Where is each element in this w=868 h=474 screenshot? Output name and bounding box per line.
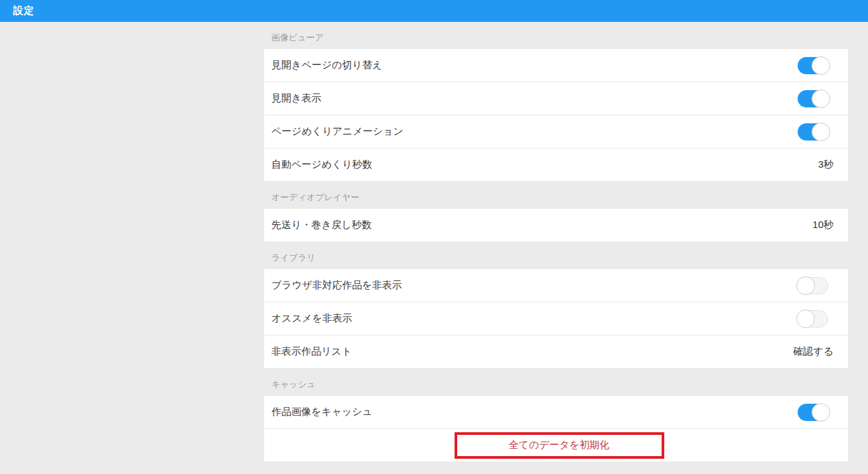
setting-label: 非表示作品リスト <box>271 345 793 358</box>
section-header: キャッシュ <box>264 369 848 396</box>
toggle-knob <box>796 310 815 328</box>
toggle-switch[interactable] <box>798 123 828 141</box>
toggle-switch[interactable] <box>798 90 828 107</box>
toggle-knob <box>796 276 815 295</box>
section-header: オーディオプレイヤー <box>264 182 848 209</box>
setting-value: 3秒 <box>818 158 837 171</box>
toggle-knob <box>812 403 830 422</box>
settings-panel: 画像ビューア見開きページの切り替え見開き表示ページめくりアニメーション自動ページ… <box>264 22 848 462</box>
settings-row[interactable]: オススメを非表示 <box>264 302 848 335</box>
setting-label: 自動ページめくり秒数 <box>271 158 818 171</box>
settings-row[interactable]: 自動ページめくり秒数3秒 <box>264 148 848 182</box>
setting-label: ブラウザ非対応作品を非表示 <box>271 279 798 292</box>
section-rows: 作品画像をキャッシュ全てのデータを初期化 <box>264 396 848 462</box>
setting-label: 見開き表示 <box>271 92 798 105</box>
settings-row[interactable]: 見開きページの切り替え <box>264 49 848 82</box>
reset-row: 全てのデータを初期化 <box>264 429 848 462</box>
toggle-switch[interactable] <box>798 57 828 74</box>
section-header: 画像ビューア <box>264 22 848 49</box>
settings-row[interactable]: 非表示作品リスト確認する <box>264 335 848 369</box>
setting-action-link[interactable]: 確認する <box>793 345 837 358</box>
setting-value: 10秒 <box>812 219 837 231</box>
toggle-switch[interactable] <box>798 310 828 327</box>
toggle-switch[interactable] <box>798 404 828 421</box>
page-title: 設定 <box>13 5 35 17</box>
setting-label: ページめくりアニメーション <box>271 125 798 138</box>
settings-row[interactable]: ページめくりアニメーション <box>264 115 848 148</box>
reset-all-data-button[interactable]: 全てのデータを初期化 <box>455 432 664 459</box>
settings-row[interactable]: 見開き表示 <box>264 82 848 115</box>
toggle-switch[interactable] <box>798 277 828 294</box>
setting-label: 見開きページの切り替え <box>271 59 798 72</box>
setting-label: 先送り・巻き戻し秒数 <box>271 219 812 231</box>
section-rows: 先送り・巻き戻し秒数10秒 <box>264 209 848 242</box>
app-header: 設定 <box>0 0 868 22</box>
toggle-knob <box>812 89 830 108</box>
section-header: ライブラリ <box>264 242 848 269</box>
settings-row[interactable]: 作品画像をキャッシュ <box>264 396 848 429</box>
section-rows: 見開きページの切り替え見開き表示ページめくりアニメーション自動ページめくり秒数3… <box>264 49 848 182</box>
setting-label: オススメを非表示 <box>271 312 798 325</box>
settings-row[interactable]: 先送り・巻き戻し秒数10秒 <box>264 209 848 242</box>
toggle-knob <box>812 123 830 141</box>
setting-label: 作品画像をキャッシュ <box>271 406 798 418</box>
section-rows: ブラウザ非対応作品を非表示オススメを非表示非表示作品リスト確認する <box>264 269 848 369</box>
settings-row[interactable]: ブラウザ非対応作品を非表示 <box>264 269 848 302</box>
toggle-knob <box>812 56 830 75</box>
